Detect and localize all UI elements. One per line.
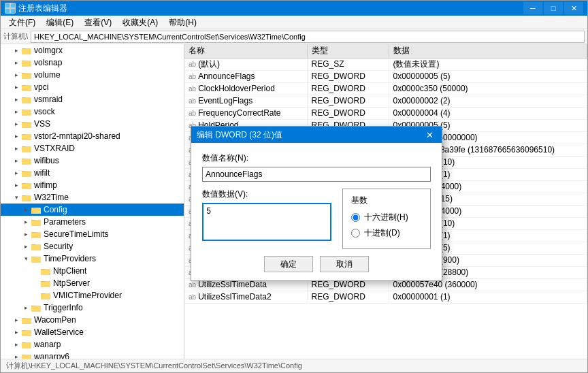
svg-rect-75 [22, 331, 31, 336]
tree-item[interactable]: ▸wifibus [1, 155, 184, 167]
tree-label: volsnap [34, 58, 62, 67]
close-button[interactable]: ✕ [564, 2, 583, 14]
tree-item[interactable]: ▸Parameters [1, 216, 184, 228]
tree-label: SecureTimeLimits [44, 229, 109, 239]
radio-dec-label[interactable]: 十进制(D) [364, 227, 400, 239]
tree-item[interactable]: ▸vsock [1, 106, 184, 118]
menu-help[interactable]: 帮助(H) [163, 16, 202, 29]
expand-icon: ▸ [21, 217, 31, 227]
radio-dec[interactable] [351, 229, 360, 238]
tree-item[interactable]: ▸wanarp [1, 338, 184, 351]
address-bar: 计算机\ [1, 29, 587, 44]
col-type: 类型 [307, 44, 389, 58]
registry-name: abEventLogFlags [184, 95, 307, 107]
dialog-ok-button[interactable]: 确定 [264, 256, 313, 272]
tree-item[interactable]: ▸WacomPen [1, 314, 184, 326]
tree-item[interactable]: ▾TimeProviders [1, 253, 184, 265]
tree-pane[interactable]: ▸volmgrx▸volsnap▸volume▸vpci▸vsmraid▸vso… [1, 44, 184, 359]
expand-icon: ▸ [21, 303, 31, 312]
svg-rect-63 [41, 282, 50, 287]
tree-item[interactable]: ▸Security [1, 240, 184, 253]
folder-icon [21, 327, 32, 338]
tree-label: Security [44, 242, 73, 251]
dialog-close-button[interactable]: ✕ [423, 128, 436, 142]
svg-rect-12 [22, 74, 31, 79]
registry-data: 0x00000004 (4) [389, 107, 587, 119]
expand-icon: ▸ [21, 205, 31, 214]
title-bar: 注册表编辑器 ─ □ ✕ [1, 1, 587, 16]
field-data-input[interactable] [202, 203, 331, 241]
tree-item[interactable]: NtpServer [1, 277, 184, 289]
tree-item[interactable]: ▸volmgrx [1, 44, 184, 56]
expand-icon: ▸ [12, 107, 21, 116]
maximize-button[interactable]: □ [544, 2, 563, 14]
registry-name: ab(默认) [184, 58, 307, 70]
dialog-cancel-button[interactable]: 取消 [320, 256, 369, 272]
folder-icon [21, 118, 32, 129]
tree-item[interactable]: ▸wanarpv6 [1, 351, 184, 359]
tree-item[interactable]: ▸SecureTimeLimits [1, 228, 184, 240]
table-row[interactable]: abEventLogFlagsREG_DWORD0x00000002 (2) [184, 95, 587, 107]
registry-name: abUtilizeSslTimeData2 [184, 291, 307, 303]
menu-view[interactable]: 查看(V) [79, 16, 117, 29]
tree-item[interactable]: VMICTimeProvider [1, 289, 184, 302]
menu-edit[interactable]: 编辑(E) [41, 16, 79, 29]
field-name-input[interactable] [202, 167, 431, 182]
tree-item[interactable]: ▸volume [1, 69, 184, 81]
field-name-label: 数值名称(N): [202, 152, 431, 164]
menu-file[interactable]: 文件(F) [3, 16, 41, 29]
tree-item[interactable]: ▸vsmraid [1, 93, 184, 106]
svg-rect-0 [5, 3, 10, 7]
minimize-button[interactable]: ─ [523, 2, 542, 14]
menu-favorites[interactable]: 收藏夹(A) [117, 16, 163, 29]
tree-label: VMICTimeProvider [53, 291, 122, 300]
table-row[interactable]: ab(默认)REG_SZ(数值未设置) [184, 58, 587, 70]
tree-item[interactable]: ▸WalletService [1, 326, 184, 338]
folder-icon [31, 216, 42, 227]
svg-rect-21 [22, 110, 31, 116]
expand-icon: ▸ [21, 229, 31, 239]
table-row[interactable]: abFrequencyCorrectRateREG_DWORD0x0000000… [184, 107, 587, 119]
tree-label: vpci [34, 82, 48, 92]
col-name: 名称 [184, 44, 307, 58]
folder-icon [40, 278, 51, 289]
tree-item[interactable]: ▸wifilt [1, 167, 184, 179]
table-row[interactable]: abUtilizeSslTimeData2REG_DWORD0x00000001… [184, 291, 587, 303]
tree-item[interactable]: ▸Config [1, 204, 184, 216]
table-row[interactable]: abClockHoldoverPeriodREG_DWORD0x0000c350… [184, 82, 587, 95]
folder-icon [31, 302, 42, 313]
tree-item[interactable]: NtpClient [1, 265, 184, 277]
dialog-buttons: 确定 取消 [202, 256, 431, 272]
tree-item[interactable]: ▸vstor2-mntapi20-shared [1, 130, 184, 142]
window-title: 注册表编辑器 [18, 3, 523, 14]
tree-label: vsock [34, 107, 55, 116]
folder-icon [21, 351, 32, 359]
registry-type: REG_DWORD [307, 291, 389, 303]
tree-item[interactable]: ▸vpci [1, 81, 184, 93]
tree-item[interactable]: ▸wifimp [1, 179, 184, 191]
expand-icon: ▸ [12, 180, 21, 190]
radio-hex[interactable] [351, 213, 360, 222]
folder-icon [21, 143, 32, 154]
address-input[interactable] [31, 31, 585, 43]
col-data: 数据 [389, 44, 587, 58]
folder-icon [31, 229, 42, 240]
tree-label: volume [34, 70, 61, 80]
svg-rect-6 [22, 49, 31, 54]
svg-rect-48 [31, 221, 41, 226]
tree-item[interactable]: ▸volsnap [1, 56, 184, 69]
tree-label: NtpServer [53, 278, 90, 288]
tree-label: vstor2-mntapi20-shared [34, 131, 120, 141]
tree-item[interactable]: ▸VSS [1, 118, 184, 130]
folder-icon [21, 180, 32, 191]
tree-item[interactable]: ▾W32Time [1, 191, 184, 204]
tree-label: VSS [34, 119, 50, 129]
tree-item[interactable]: ▸TriggerInfo [1, 302, 184, 314]
folder-icon [21, 106, 32, 117]
tree-item[interactable]: ▸VSTXRAID [1, 142, 184, 155]
svg-rect-30 [22, 147, 31, 152]
table-row[interactable]: abAnnounceFlagsREG_DWORD0x00000005 (5) [184, 70, 587, 82]
tree-label: NtpClient [53, 266, 86, 276]
registry-type: REG_DWORD [307, 70, 389, 82]
radio-hex-label[interactable]: 十六进制(H) [364, 212, 408, 223]
